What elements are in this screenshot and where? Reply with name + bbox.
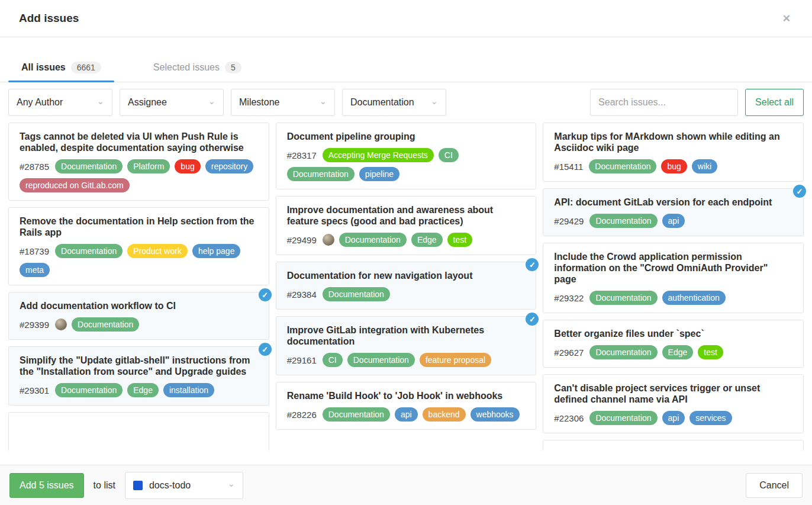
- issue-card[interactable]: Remove the documentation in Help section…: [8, 207, 269, 285]
- to-list-label: to list: [94, 480, 115, 491]
- tab-selected-issues[interactable]: Selected issues 5: [140, 55, 254, 82]
- issue-title: Include the Crowd application permission…: [554, 251, 792, 285]
- issue-meta: #22306Documentationapiservices: [554, 411, 792, 425]
- issue-meta: #29627DocumentationEdgetest: [554, 345, 792, 359]
- issue-meta: #15411Documentationbugwiki: [554, 159, 792, 173]
- issue-meta: #29161CIDocumentationfeature proposal: [287, 353, 526, 367]
- issue-label: CI: [439, 148, 459, 162]
- issue-title: Can't disable project services trigger o…: [554, 382, 792, 405]
- issue-title: Rename 'Build Hook' to 'Job Hook' in web…: [287, 390, 526, 401]
- tab-selected-issues-count: 5: [225, 62, 241, 73]
- tab-all-issues[interactable]: All issues 6661: [8, 55, 114, 82]
- chevron-down-icon: ⌄: [208, 98, 215, 104]
- modal-header: Add issues ✕: [0, 0, 812, 37]
- issue-label: reproduced on GitLab.com: [20, 178, 130, 192]
- selected-check-icon: ✓: [793, 185, 806, 198]
- issue-label: bug: [175, 159, 200, 173]
- tab-all-issues-label: All issues: [21, 62, 66, 73]
- issue-id: #28226: [287, 410, 317, 420]
- add-issues-button[interactable]: Add 5 issues: [9, 473, 84, 498]
- issue-card[interactable]: Can't disable project services trigger o…: [543, 374, 804, 433]
- issue-id: #18739: [20, 246, 49, 256]
- filter-dropdown-author[interactable]: Any Author⌄: [8, 89, 112, 116]
- issue-card[interactable]: Rename 'Build Hook' to 'Job Hook' in web…: [276, 382, 537, 430]
- issue-card[interactable]: Tags cannot be deleted via UI when Push …: [8, 123, 269, 201]
- issue-title: Improve GitLab integration with Kubernet…: [287, 324, 526, 347]
- filter-bar: Any Author⌄Assignee⌄Milestone⌄Documentat…: [0, 82, 812, 116]
- issue-card[interactable]: Documentation for new navigation layout#…: [276, 262, 537, 310]
- issue-column-3: Markup tips for MArkdown shown while edi…: [543, 123, 804, 451]
- dropdown-label: Assignee: [128, 97, 167, 108]
- selected-list-name: docs-todo: [149, 480, 191, 491]
- issue-title: Tags cannot be deleted via UI when Push …: [20, 131, 258, 153]
- issue-id: #29627: [554, 348, 584, 358]
- filter-dropdown-assignee[interactable]: Assignee⌄: [120, 89, 224, 116]
- chevron-down-icon: ⌄: [227, 481, 235, 486]
- issue-card[interactable]: Markup tips for MArkdown shown while edi…: [543, 123, 804, 182]
- issue-title: Markup tips for MArkdown shown while edi…: [554, 131, 792, 153]
- tab-all-issues-count: 6661: [71, 62, 101, 73]
- issue-id: #29399: [20, 320, 49, 330]
- issue-label: Edge: [127, 383, 159, 397]
- issue-label: Product work: [127, 244, 188, 258]
- chevron-down-icon: ⌄: [319, 98, 327, 104]
- issue-column-1: Tags cannot be deleted via UI when Push …: [8, 123, 269, 451]
- issue-label: api: [662, 214, 685, 228]
- issue-column-2: Document pipeline grouping#28317Acceptin…: [276, 123, 537, 430]
- selected-check-icon: ✓: [526, 313, 539, 326]
- tab-selected-issues-label: Selected issues: [153, 62, 220, 73]
- selected-check-icon: ✓: [259, 343, 272, 356]
- issue-card[interactable]: Document pipeline grouping#28317Acceptin…: [276, 123, 537, 189]
- issue-card[interactable]: Improve GitLab integration with Kubernet…: [276, 316, 537, 375]
- issue-label: api: [662, 411, 685, 425]
- close-icon[interactable]: ✕: [780, 11, 793, 26]
- issue-label: Documentation: [55, 383, 123, 397]
- issue-card[interactable]: Better organize files under `spec`#29627…: [543, 320, 804, 368]
- list-select-dropdown[interactable]: docs-todo ⌄: [125, 472, 243, 499]
- issue-label: webhooks: [471, 407, 520, 422]
- selected-check-icon: ✓: [259, 288, 272, 301]
- issue-title: API: document GitLab version for each en…: [554, 197, 792, 208]
- select-all-button[interactable]: Select all: [745, 89, 804, 116]
- assignee-avatar: [323, 234, 334, 246]
- issue-title: Documentation for new navigation layout: [287, 270, 526, 281]
- issue-label: Documentation: [287, 167, 355, 181]
- dropdown-label: Documentation: [350, 97, 414, 108]
- issue-title: Document pipeline grouping: [287, 131, 526, 142]
- issue-card[interactable]: Improve documentation and awareness abou…: [276, 196, 537, 255]
- filter-dropdown-label[interactable]: Documentation⌄: [342, 89, 446, 116]
- issue-card[interactable]: Include the Crowd application permission…: [543, 243, 804, 313]
- issue-label: meta: [20, 263, 50, 277]
- issue-label: bug: [661, 159, 687, 173]
- filter-dropdown-milestone[interactable]: Milestone⌄: [231, 89, 335, 116]
- issue-card[interactable]: Add documentation workflow to CI#29399Do…: [8, 292, 269, 340]
- issue-card[interactable]: API: document GitLab version for each en…: [543, 188, 804, 236]
- issue-label: help page: [192, 244, 241, 258]
- issue-label: api: [395, 407, 418, 422]
- issue-id: #15411: [554, 162, 583, 172]
- issue-label: Edge: [662, 345, 694, 359]
- issue-label: Documentation: [589, 345, 657, 359]
- cancel-button[interactable]: Cancel: [746, 473, 803, 498]
- issue-label: installation: [163, 383, 214, 397]
- issue-title: Remove the documentation in Help section…: [20, 215, 258, 238]
- dropdown-label: Milestone: [239, 97, 279, 108]
- issue-card-partial[interactable]: [8, 412, 269, 451]
- chevron-down-icon: ⌄: [430, 98, 438, 104]
- issue-label: Documentation: [347, 353, 415, 367]
- issue-meta: #18739DocumentationProduct workhelp page…: [20, 244, 258, 277]
- issue-label: Documentation: [323, 287, 390, 301]
- issue-label: Documentation: [339, 233, 407, 247]
- issue-id: #22306: [554, 413, 584, 423]
- search-input[interactable]: [590, 89, 738, 116]
- issue-label: feature proposal: [420, 353, 491, 367]
- issue-id: #29322: [554, 293, 584, 303]
- issue-label: Documentation: [323, 407, 390, 422]
- issue-label: Documentation: [589, 291, 657, 305]
- issue-meta: #29499DocumentationEdgetest: [287, 233, 526, 247]
- issue-card-partial[interactable]: [543, 440, 804, 451]
- page-title: Add issues: [19, 12, 79, 25]
- issue-label: backend: [423, 407, 466, 422]
- issue-card[interactable]: Simplify the "Update gitlab-shell" instr…: [8, 346, 269, 406]
- issue-label: Documentation: [589, 159, 656, 173]
